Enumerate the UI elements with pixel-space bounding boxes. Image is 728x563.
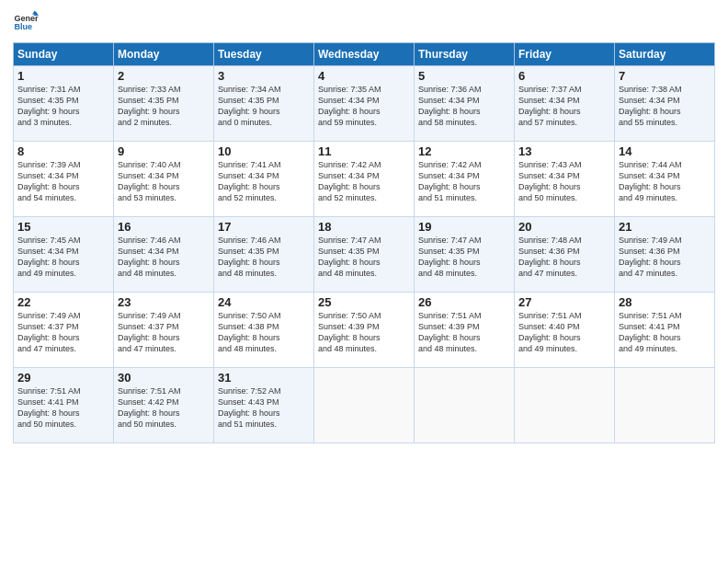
weekday-header: Friday	[515, 43, 615, 66]
cell-info: Sunrise: 7:43 AMSunset: 4:34 PMDaylight:…	[518, 159, 610, 204]
day-number: 9	[118, 144, 210, 158]
calendar-cell: 28Sunrise: 7:51 AMSunset: 4:41 PMDayligh…	[615, 293, 715, 368]
cell-info: Sunrise: 7:44 AMSunset: 4:34 PMDaylight:…	[619, 159, 711, 204]
day-number: 26	[418, 295, 510, 309]
cell-info: Sunrise: 7:51 AMSunset: 4:40 PMDaylight:…	[518, 310, 610, 355]
cell-info: Sunrise: 7:49 AMSunset: 4:37 PMDaylight:…	[17, 310, 109, 355]
weekday-header: Monday	[114, 43, 214, 66]
calendar-cell: 20Sunrise: 7:48 AMSunset: 4:36 PMDayligh…	[515, 217, 615, 293]
calendar-table: SundayMondayTuesdayWednesdayThursdayFrid…	[13, 42, 715, 443]
cell-info: Sunrise: 7:42 AMSunset: 4:34 PMDaylight:…	[418, 159, 510, 204]
calendar-cell: 24Sunrise: 7:50 AMSunset: 4:38 PMDayligh…	[214, 293, 314, 368]
cell-info: Sunrise: 7:51 AMSunset: 4:42 PMDaylight:…	[118, 385, 210, 431]
calendar-week-row: 1Sunrise: 7:31 AMSunset: 4:35 PMDaylight…	[14, 66, 715, 142]
calendar-cell: 7Sunrise: 7:38 AMSunset: 4:34 PMDaylight…	[615, 66, 715, 142]
calendar-header-row: SundayMondayTuesdayWednesdayThursdayFrid…	[14, 43, 715, 66]
day-number: 31	[218, 371, 310, 385]
day-number: 14	[619, 144, 711, 158]
weekday-header: Tuesday	[214, 43, 314, 66]
cell-info: Sunrise: 7:50 AMSunset: 4:39 PMDaylight:…	[318, 310, 410, 355]
weekday-header: Wednesday	[314, 43, 415, 66]
logo: General Blue	[13, 9, 41, 35]
calendar-cell: 25Sunrise: 7:50 AMSunset: 4:39 PMDayligh…	[314, 293, 415, 368]
calendar-cell: 10Sunrise: 7:41 AMSunset: 4:34 PMDayligh…	[214, 142, 314, 217]
header-row: General Blue	[13, 9, 715, 35]
calendar-cell	[314, 368, 415, 443]
day-number: 24	[218, 295, 310, 309]
cell-info: Sunrise: 7:41 AMSunset: 4:34 PMDaylight:…	[218, 159, 310, 204]
day-number: 28	[619, 295, 711, 309]
day-number: 2	[118, 69, 210, 83]
cell-info: Sunrise: 7:34 AMSunset: 4:35 PMDaylight:…	[218, 84, 310, 129]
cell-info: Sunrise: 7:51 AMSunset: 4:41 PMDaylight:…	[17, 385, 109, 431]
calendar-container: General Blue SundayMondayTuesdayWednesda…	[0, 0, 728, 451]
cell-info: Sunrise: 7:36 AMSunset: 4:34 PMDaylight:…	[418, 84, 510, 129]
calendar-cell: 8Sunrise: 7:39 AMSunset: 4:34 PMDaylight…	[14, 142, 114, 217]
calendar-week-row: 29Sunrise: 7:51 AMSunset: 4:41 PMDayligh…	[14, 368, 715, 443]
cell-info: Sunrise: 7:37 AMSunset: 4:34 PMDaylight:…	[518, 84, 610, 129]
calendar-cell: 14Sunrise: 7:44 AMSunset: 4:34 PMDayligh…	[615, 142, 715, 217]
calendar-cell: 11Sunrise: 7:42 AMSunset: 4:34 PMDayligh…	[314, 142, 415, 217]
day-number: 4	[318, 69, 410, 83]
day-number: 27	[518, 295, 610, 309]
calendar-cell: 5Sunrise: 7:36 AMSunset: 4:34 PMDaylight…	[415, 66, 515, 142]
cell-info: Sunrise: 7:39 AMSunset: 4:34 PMDaylight:…	[17, 159, 109, 204]
calendar-cell: 31Sunrise: 7:52 AMSunset: 4:43 PMDayligh…	[214, 368, 314, 443]
cell-info: Sunrise: 7:51 AMSunset: 4:39 PMDaylight:…	[418, 310, 510, 355]
day-number: 29	[17, 371, 109, 385]
cell-info: Sunrise: 7:31 AMSunset: 4:35 PMDaylight:…	[17, 84, 109, 129]
calendar-cell: 4Sunrise: 7:35 AMSunset: 4:34 PMDaylight…	[314, 66, 415, 142]
calendar-body: 1Sunrise: 7:31 AMSunset: 4:35 PMDaylight…	[14, 66, 715, 443]
day-number: 15	[17, 220, 109, 234]
cell-info: Sunrise: 7:33 AMSunset: 4:35 PMDaylight:…	[118, 84, 210, 129]
calendar-cell: 17Sunrise: 7:46 AMSunset: 4:35 PMDayligh…	[214, 217, 314, 293]
weekday-header: Saturday	[615, 43, 715, 66]
day-number: 16	[118, 220, 210, 234]
calendar-cell: 22Sunrise: 7:49 AMSunset: 4:37 PMDayligh…	[14, 293, 114, 368]
day-number: 19	[418, 220, 510, 234]
calendar-cell	[515, 368, 615, 443]
day-number: 11	[318, 144, 410, 158]
calendar-cell	[615, 368, 715, 443]
cell-info: Sunrise: 7:49 AMSunset: 4:37 PMDaylight:…	[118, 310, 210, 355]
calendar-week-row: 22Sunrise: 7:49 AMSunset: 4:37 PMDayligh…	[14, 293, 715, 368]
cell-info: Sunrise: 7:47 AMSunset: 4:35 PMDaylight:…	[318, 235, 410, 280]
calendar-cell: 3Sunrise: 7:34 AMSunset: 4:35 PMDaylight…	[214, 66, 314, 142]
day-number: 30	[118, 371, 210, 385]
calendar-week-row: 8Sunrise: 7:39 AMSunset: 4:34 PMDaylight…	[14, 142, 715, 217]
day-number: 3	[218, 69, 310, 83]
cell-info: Sunrise: 7:52 AMSunset: 4:43 PMDaylight:…	[218, 385, 310, 431]
calendar-cell: 12Sunrise: 7:42 AMSunset: 4:34 PMDayligh…	[415, 142, 515, 217]
logo-icon: General Blue	[13, 9, 39, 35]
cell-info: Sunrise: 7:49 AMSunset: 4:36 PMDaylight:…	[619, 235, 711, 280]
cell-info: Sunrise: 7:40 AMSunset: 4:34 PMDaylight:…	[118, 159, 210, 204]
day-number: 1	[17, 69, 109, 83]
calendar-cell: 29Sunrise: 7:51 AMSunset: 4:41 PMDayligh…	[14, 368, 114, 443]
cell-info: Sunrise: 7:48 AMSunset: 4:36 PMDaylight:…	[518, 235, 610, 280]
cell-info: Sunrise: 7:51 AMSunset: 4:41 PMDaylight:…	[619, 310, 711, 355]
calendar-cell: 9Sunrise: 7:40 AMSunset: 4:34 PMDaylight…	[114, 142, 214, 217]
day-number: 21	[619, 220, 711, 234]
cell-info: Sunrise: 7:42 AMSunset: 4:34 PMDaylight:…	[318, 159, 410, 204]
weekday-header: Thursday	[415, 43, 515, 66]
day-number: 25	[318, 295, 410, 309]
cell-info: Sunrise: 7:46 AMSunset: 4:34 PMDaylight:…	[118, 235, 210, 280]
calendar-cell: 13Sunrise: 7:43 AMSunset: 4:34 PMDayligh…	[515, 142, 615, 217]
calendar-week-row: 15Sunrise: 7:45 AMSunset: 4:34 PMDayligh…	[14, 217, 715, 293]
day-number: 7	[619, 69, 711, 83]
cell-info: Sunrise: 7:45 AMSunset: 4:34 PMDaylight:…	[17, 235, 109, 280]
calendar-cell: 30Sunrise: 7:51 AMSunset: 4:42 PMDayligh…	[114, 368, 214, 443]
cell-info: Sunrise: 7:38 AMSunset: 4:34 PMDaylight:…	[619, 84, 711, 129]
calendar-cell	[415, 368, 515, 443]
day-number: 8	[17, 144, 109, 158]
calendar-cell: 15Sunrise: 7:45 AMSunset: 4:34 PMDayligh…	[14, 217, 114, 293]
calendar-cell: 23Sunrise: 7:49 AMSunset: 4:37 PMDayligh…	[114, 293, 214, 368]
calendar-cell: 16Sunrise: 7:46 AMSunset: 4:34 PMDayligh…	[114, 217, 214, 293]
day-number: 20	[518, 220, 610, 234]
day-number: 13	[518, 144, 610, 158]
day-number: 12	[418, 144, 510, 158]
cell-info: Sunrise: 7:35 AMSunset: 4:34 PMDaylight:…	[318, 84, 410, 129]
day-number: 10	[218, 144, 310, 158]
cell-info: Sunrise: 7:47 AMSunset: 4:35 PMDaylight:…	[418, 235, 510, 280]
day-number: 6	[518, 69, 610, 83]
